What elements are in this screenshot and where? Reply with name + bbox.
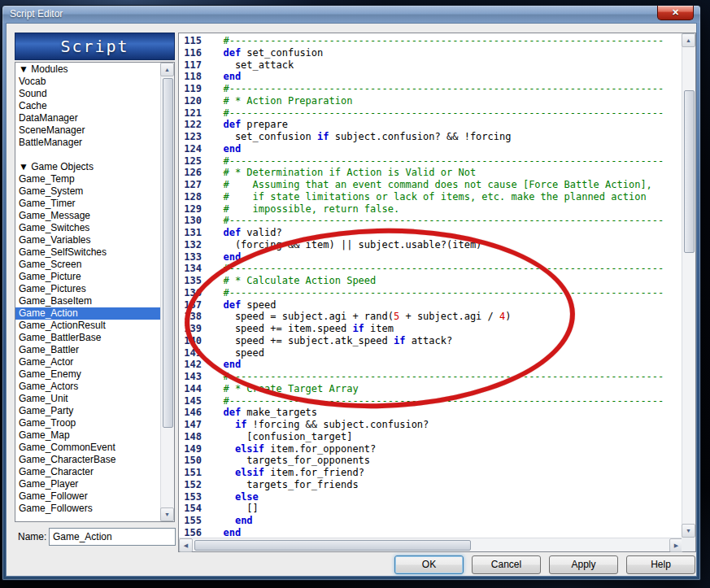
script-list-item[interactable]: Game_SelfSwitches: [15, 246, 160, 259]
script-list-item[interactable]: Game_Party: [15, 405, 160, 417]
list-scrollbar-thumb[interactable]: [163, 78, 173, 428]
script-list-item[interactable]: Game_Actor: [15, 356, 160, 368]
script-list-item[interactable]: Game_Switches: [15, 222, 160, 234]
code-text: #---------------------------------------…: [211, 107, 664, 120]
line-number: 125: [179, 155, 211, 168]
script-list-item[interactable]: Game_CharacterBase: [15, 454, 160, 466]
script-list-item[interactable]: Game_Pictures: [15, 283, 160, 295]
code-line: 137 def speed: [179, 299, 682, 311]
scroll-up-icon[interactable]: ▲: [160, 63, 174, 76]
script-list-item[interactable]: Game_Actors: [15, 381, 160, 393]
code-line: 131 def valid?: [179, 227, 682, 239]
code-line: 129 # impossible, return false.: [179, 203, 682, 216]
line-number: 152: [179, 479, 211, 491]
script-list-item[interactable]: Game_Battler: [15, 344, 160, 356]
scroll-left-icon[interactable]: ◀: [179, 538, 193, 552]
help-button[interactable]: Help: [626, 555, 695, 574]
code-text: # * Create Target Array: [211, 383, 359, 395]
line-number: 137: [179, 299, 211, 311]
script-list-item[interactable]: BattleManager: [15, 137, 160, 149]
script-list-item[interactable]: Game_Timer: [15, 198, 160, 210]
line-number: 151: [179, 467, 211, 479]
line-number: 116: [179, 47, 211, 59]
script-list-item[interactable]: Sound: [15, 88, 160, 100]
script-list-item[interactable]: Vocab: [15, 76, 160, 88]
editor-vscrollbar[interactable]: ▲ ▼: [682, 33, 695, 538]
editor-vscrollbar-thumb[interactable]: [684, 90, 695, 253]
line-number: 136: [179, 287, 211, 299]
code-text: set_confusion if subject.confusion? && !…: [211, 131, 511, 143]
script-list-item[interactable]: Game_Variables: [15, 234, 160, 246]
line-number: 133: [179, 251, 211, 264]
script-list-item[interactable]: Game_Temp: [15, 173, 160, 185]
script-editor-window: Script Editor ✕ Script ▼ ModulesVocabSou…: [2, 5, 701, 581]
titlebar[interactable]: Script Editor ✕: [2, 6, 700, 23]
script-list: ▼ ModulesVocabSoundCacheDataManagerScene…: [15, 63, 160, 521]
code-text: #---------------------------------------…: [211, 395, 664, 407]
script-list-item[interactable]: Game_CommonEvent: [15, 442, 160, 454]
line-number: 117: [179, 59, 211, 72]
scroll-up-icon[interactable]: ▲: [682, 33, 695, 47]
code-text: elsif item.for_opponent?: [211, 443, 376, 455]
script-list-item[interactable]: Game_Picture: [15, 271, 160, 283]
code-line: 149 elsif item.for_opponent?: [179, 443, 682, 455]
code-line: 118 end: [179, 71, 682, 83]
code-text: end: [211, 515, 253, 527]
script-list-item[interactable]: SceneManager: [15, 124, 160, 137]
close-button[interactable]: ✕: [657, 6, 694, 20]
script-group-row[interactable]: ▼ Game Objects: [15, 161, 160, 173]
apply-button[interactable]: Apply: [549, 555, 618, 574]
script-list-item[interactable]: Game_Unit: [15, 393, 160, 405]
name-input[interactable]: [49, 528, 176, 546]
code-lines[interactable]: 115 #-----------------------------------…: [179, 33, 682, 538]
code-text: [confusion_target]: [211, 431, 352, 443]
script-list-item[interactable]: Game_BattlerBase: [15, 332, 160, 344]
script-list-item[interactable]: Game_Followers: [15, 503, 160, 515]
line-number: 142: [179, 359, 211, 371]
code-line: 120 # * Action Preparation: [179, 95, 682, 107]
script-list-item[interactable]: Game_ActionResult: [15, 320, 160, 332]
line-number: 134: [179, 263, 211, 275]
scroll-down-icon[interactable]: ▼: [682, 524, 695, 538]
code-text: # Assuming that an event command does no…: [211, 179, 652, 191]
line-number: 147: [179, 419, 211, 431]
line-number: 131: [179, 227, 211, 239]
script-group-row[interactable]: ▼ Modules: [15, 63, 160, 76]
line-number: 115: [179, 35, 211, 47]
script-list-item[interactable]: Game_Troop: [15, 417, 160, 429]
script-list-item[interactable]: Cache: [15, 100, 160, 112]
script-list-item[interactable]: Game_Message: [15, 210, 160, 222]
code-line: 123 set_confusion if subject.confusion? …: [179, 131, 682, 143]
code-text: if !forcing && subject.confusion?: [211, 419, 429, 431]
script-listbox[interactable]: ▼ ModulesVocabSoundCacheDataManagerScene…: [15, 62, 175, 522]
code-line: 145 #-----------------------------------…: [179, 395, 682, 407]
code-line: 150 targets_for_opponents: [179, 455, 682, 467]
script-list-item[interactable]: Game_Player: [15, 478, 160, 490]
line-number: 149: [179, 443, 211, 455]
code-text: #---------------------------------------…: [211, 83, 664, 95]
script-list-item[interactable]: Game_Enemy: [15, 368, 160, 381]
script-list-item[interactable]: Game_Character: [15, 466, 160, 478]
script-list-item[interactable]: Game_BaseItem: [15, 295, 160, 307]
script-list-item[interactable]: DataManager: [15, 112, 160, 124]
script-list-item[interactable]: Game_Follower: [15, 490, 160, 503]
code-line: 152 targets_for_friends: [179, 479, 682, 491]
list-scrollbar[interactable]: ▲ ▼: [160, 63, 174, 521]
code-line: 139 speed += item.speed if item: [179, 323, 682, 335]
window-title: Script Editor: [10, 6, 63, 23]
code-line: 133 end: [179, 251, 682, 264]
code-line: 153 else: [179, 491, 682, 503]
editor-hscrollbar-thumb[interactable]: [194, 540, 471, 551]
ok-button[interactable]: OK: [394, 555, 464, 574]
script-list-item[interactable]: Game_System: [15, 185, 160, 198]
script-list-item[interactable]: [15, 149, 160, 161]
code-text: # if state limitations or lack of items,…: [211, 191, 647, 203]
script-list-item[interactable]: Game_Screen: [15, 259, 160, 271]
scroll-down-icon[interactable]: ▼: [160, 507, 174, 521]
code-text: #---------------------------------------…: [211, 35, 664, 47]
editor-hscrollbar[interactable]: ◀ ▶: [179, 538, 683, 551]
script-list-item[interactable]: Game_Map: [15, 429, 160, 442]
line-number: 132: [179, 239, 211, 251]
cancel-button[interactable]: Cancel: [472, 555, 541, 574]
script-list-item[interactable]: Game_Action: [15, 307, 160, 320]
